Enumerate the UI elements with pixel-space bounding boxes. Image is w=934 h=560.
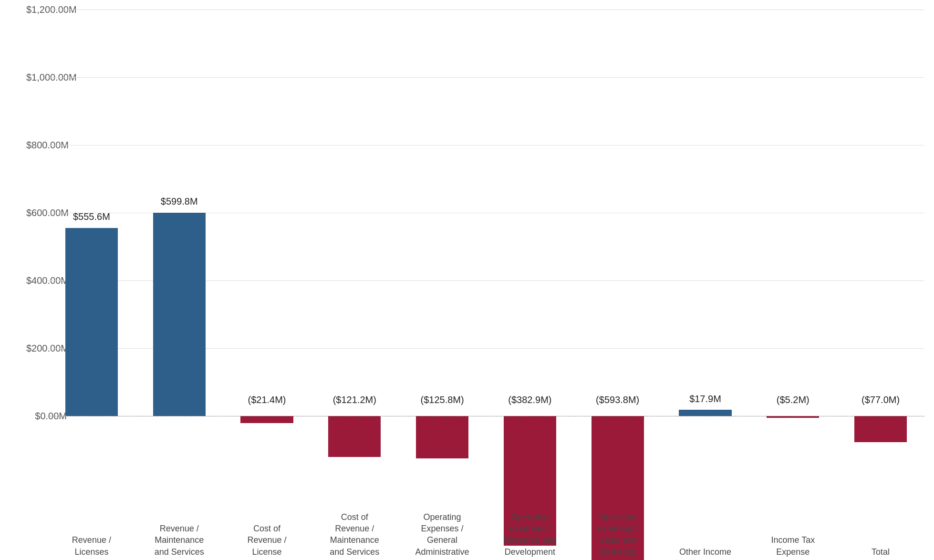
bar-other-income [679,410,731,416]
bar-group-cost-revenue-license: ($21.4M)Cost ofRevenue /License [223,10,311,484]
bars-container: $555.6MRevenue /Licenses$599.8MRevenue /… [48,10,924,484]
bar-value-income-tax: ($5.2M) [777,394,809,405]
bar-group-income-tax: ($5.2M)Income TaxExpense [749,10,837,484]
bar-revenue-licenses [65,228,118,416]
x-label-cost-revenue-maintenance: Cost ofRevenue /Maintenanceand Services [311,511,398,558]
bar-cost-revenue-maintenance [328,416,381,457]
chart-container: $1,200.00M$1,000.00M$800.00M$600.00M$400… [0,0,934,560]
bar-group-opex-general: ($125.8M)OperatingExpenses /GeneralAdmin… [398,10,486,484]
bar-group-revenue-maintenance: $599.8MRevenue /Maintenanceand Services [135,10,223,484]
x-label-total: Total [837,546,924,558]
bar-value-total: ($77.0M) [861,394,900,405]
x-label-revenue-maintenance: Revenue /Maintenanceand Services [135,523,223,558]
bar-total [854,416,907,442]
bar-value-opex-sales: ($593.8M) [596,394,639,405]
bar-group-total: ($77.0M)Total [837,10,924,484]
x-label-opex-general: OperatingExpenses /GeneralAdministrative [398,511,486,558]
x-label-revenue-licenses: Revenue /Licenses [48,534,135,558]
bar-value-cost-revenue-maintenance: ($121.2M) [333,394,376,405]
bar-group-other-income: $17.9MOther Income [662,10,749,484]
bar-value-opex-research: ($382.9M) [508,394,551,405]
bar-value-other-income: $17.9M [689,394,721,404]
x-label-other-income: Other Income [662,546,749,558]
bar-cost-revenue-license [240,416,293,423]
bar-value-revenue-licenses: $555.6M [73,211,110,222]
x-label-opex-research: OperatingExpenses /Research andDevelopme… [486,511,574,558]
x-label-opex-sales: OperatingExpenses /Sales andMarketing [574,511,662,558]
bar-revenue-maintenance [153,213,206,416]
bar-opex-general [416,416,468,458]
bar-value-revenue-maintenance: $599.8M [161,196,198,207]
x-label-income-tax: Income TaxExpense [749,534,837,558]
x-label-cost-revenue-license: Cost ofRevenue /License [223,523,311,558]
zero-line [48,416,924,416]
chart-area: $1,200.00M$1,000.00M$800.00M$600.00M$400… [48,10,924,484]
bar-value-opex-general: ($125.8M) [421,394,464,405]
bar-group-opex-sales: ($593.8M)OperatingExpenses /Sales andMar… [574,10,662,484]
bar-group-cost-revenue-maintenance: ($121.2M)Cost ofRevenue /Maintenanceand … [311,10,398,484]
bar-group-revenue-licenses: $555.6MRevenue /Licenses [48,10,135,484]
bar-group-opex-research: ($382.9M)OperatingExpenses /Research and… [486,10,574,484]
bar-value-cost-revenue-license: ($21.4M) [248,394,286,405]
